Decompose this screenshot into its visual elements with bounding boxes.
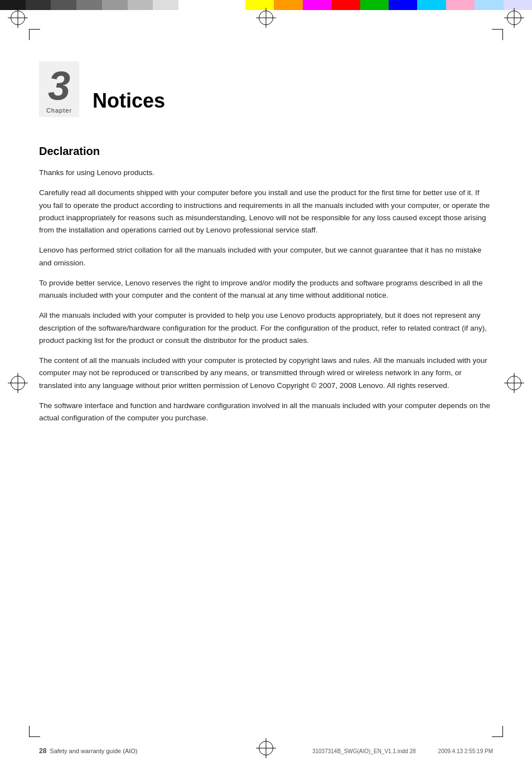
paragraph-1: Thanks for using Lenovo products.: [39, 167, 493, 179]
chapter-label: Chapter: [46, 107, 72, 114]
registration-mark-mid-right: [504, 373, 524, 393]
paragraph-3: Lenovo has performed strict collation fo…: [39, 244, 493, 269]
corner-mark-bottom-left: [29, 726, 40, 737]
paragraph-7: The software interface and function and …: [39, 400, 493, 425]
corner-mark-bottom-right: [492, 726, 503, 737]
footer-file-info: 31037314B_SWG(AIO)_EN_V1.1.indd 28: [312, 748, 416, 754]
paragraph-4: To provide better service, Lenovo reserv…: [39, 277, 493, 302]
paragraph-5: All the manuals included with your compu…: [39, 309, 493, 347]
footer-left: 28 Safety and warranty guide (AIO): [39, 747, 138, 755]
footer-date: 2009.4.13 2:55:19 PM: [438, 748, 493, 754]
footer-doc-name: Safety and warranty guide (AIO): [50, 748, 137, 754]
paragraph-2: Carefully read all documents shipped wit…: [39, 187, 493, 236]
chapter-number-block: 3 Chapter: [39, 61, 79, 117]
page-footer: 28 Safety and warranty guide (AIO) 31037…: [39, 747, 493, 755]
registration-mark-top-center: [256, 8, 276, 28]
corner-mark-top-left: [29, 29, 40, 40]
chapter-title: Notices: [93, 89, 165, 117]
page-number: 28: [39, 747, 46, 755]
chapter-number: 3: [48, 66, 70, 106]
corner-mark-top-right: [492, 29, 503, 40]
page-content: 3 Chapter Notices Declaration Thanks for…: [39, 39, 493, 727]
registration-mark-top-right: [504, 8, 524, 28]
footer-right: 31037314B_SWG(AIO)_EN_V1.1.indd 28 2009.…: [312, 748, 493, 754]
chapter-header: 3 Chapter Notices: [39, 61, 493, 117]
registration-mark-top-left: [8, 8, 28, 28]
registration-mark-mid-left: [8, 373, 28, 393]
paragraph-6: The content of all the manuals included …: [39, 355, 493, 392]
declaration-section: Declaration Thanks for using Lenovo prod…: [39, 145, 493, 425]
section-title-declaration: Declaration: [39, 145, 493, 158]
